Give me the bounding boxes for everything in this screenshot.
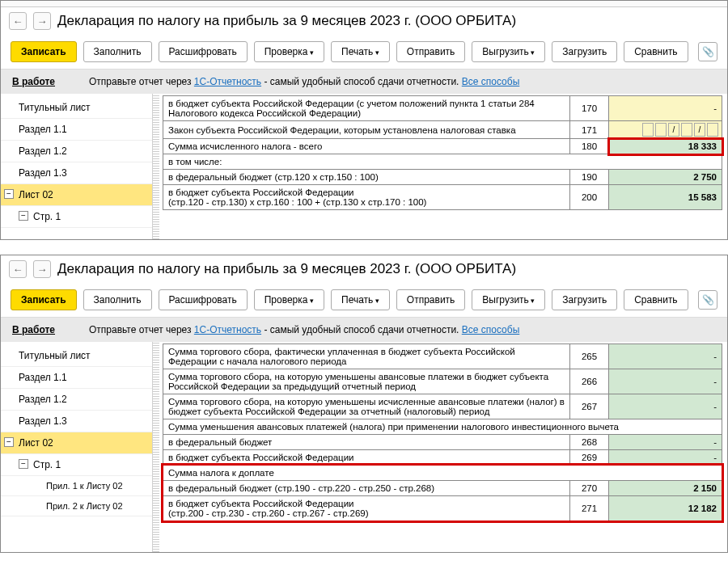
check-button[interactable]: Проверка <box>254 289 324 310</box>
attach-icon[interactable]: 📎 <box>698 290 717 310</box>
send-button[interactable]: Отправить <box>396 41 466 62</box>
sidebar-item-sec13[interactable]: Раздел 1.3 <box>1 162 152 184</box>
splitter[interactable] <box>153 342 159 552</box>
main-pane: в бюджет субъекта Российской Федерации (… <box>159 94 727 239</box>
sidebar-item-page1[interactable]: − Стр. 1 <box>1 454 152 476</box>
nav-forward[interactable]: → <box>33 12 51 30</box>
print-button[interactable]: Печать <box>331 289 390 310</box>
send-button[interactable]: Отправить <box>396 289 466 310</box>
decrypt-button[interactable]: Расшифровать <box>159 41 248 62</box>
row-180: Сумма исчисленного налога - всего 180 18… <box>163 139 722 154</box>
sidebar-item-sheet02[interactable]: − Лист 02 <box>1 432 152 454</box>
page-title: Декларация по налогу на прибыль за 9 мес… <box>57 13 516 29</box>
save-button[interactable]: Записать <box>11 289 77 310</box>
tree-minus-icon[interactable]: − <box>4 189 14 199</box>
nav-forward[interactable]: → <box>33 260 51 278</box>
save-button[interactable]: Записать <box>11 41 77 62</box>
print-button[interactable]: Печать <box>331 41 390 62</box>
attach-icon[interactable]: 📎 <box>698 42 717 61</box>
sidebar-item-sec11[interactable]: Раздел 1.1 <box>1 119 152 141</box>
tree-minus-icon[interactable]: − <box>19 459 28 469</box>
sidebar-item-title[interactable]: Титульный лист <box>1 97 152 119</box>
row-190: в федеральный бюджет (стр.120 х стр.150 … <box>163 170 722 185</box>
sidebar-item-page1[interactable]: − Стр. 1 <box>1 206 152 228</box>
upload-button[interactable]: Выгрузить <box>472 289 545 310</box>
sidebar-item-app1[interactable]: Прил. 1 к Листу 02 <box>1 476 152 496</box>
link-1c[interactable]: 1С-Отчетность <box>194 324 261 335</box>
row-inv-header: Сумма уменьшения авансовых платежей (нал… <box>163 419 722 435</box>
nav-back[interactable]: ← <box>9 260 27 278</box>
sidebar-item-title[interactable]: Титульный лист <box>1 345 152 367</box>
info-text: Отправьте отчет через 1С-Отчетность - са… <box>89 324 519 335</box>
sidebar: Титульный лист Раздел 1.1 Раздел 1.2 Раз… <box>1 342 153 552</box>
sidebar-item-sheet02[interactable]: − Лист 02 <box>1 184 152 206</box>
sidebar-item-sec11[interactable]: Раздел 1.1 <box>1 367 152 389</box>
sidebar: Титульный лист Раздел 1.1 Раздел 1.2 Раз… <box>1 94 153 239</box>
ruler-bar <box>1 1 727 7</box>
row-268: в федеральный бюджет 268 - <box>163 435 722 450</box>
link-all-ways[interactable]: Все способы <box>462 76 520 87</box>
info-text: Отправьте отчет через 1С-Отчетность - са… <box>89 76 519 87</box>
tree-minus-icon[interactable]: − <box>4 437 14 447</box>
decrypt-button[interactable]: Расшифровать <box>159 289 248 310</box>
compare-button[interactable]: Сравнить <box>624 41 688 62</box>
check-button[interactable]: Проверка <box>254 41 324 62</box>
splitter[interactable] <box>153 94 159 239</box>
sidebar-item-sec12[interactable]: Раздел 1.2 <box>1 141 152 162</box>
row-200: в бюджет субъекта Российской Федерации (… <box>163 185 722 210</box>
row-subheader: в том числе: <box>163 154 722 170</box>
row-265: Сумма торгового сбора, фактически уплаче… <box>163 344 722 369</box>
sidebar-item-app2[interactable]: Прил. 2 к Листу 02 <box>1 496 152 516</box>
row-267: Сумма торгового сбора, на которую уменьш… <box>163 394 722 419</box>
row-271: в бюджет субъекта Российской Федерации (… <box>163 496 722 521</box>
sidebar-item-sec12[interactable]: Раздел 1.2 <box>1 389 152 411</box>
load-button[interactable]: Загрузить <box>552 289 617 310</box>
row-269: в бюджет субъекта Российской Федерации 2… <box>163 450 722 466</box>
fill-button[interactable]: Заполнить <box>83 289 152 310</box>
status-label[interactable]: В работе <box>12 76 55 87</box>
load-button[interactable]: Загрузить <box>552 41 617 62</box>
page-title: Декларация по налогу на прибыль за 9 мес… <box>57 261 516 277</box>
sidebar-item-sec13[interactable]: Раздел 1.3 <box>1 411 152 432</box>
compare-button[interactable]: Сравнить <box>624 289 688 310</box>
nav-back[interactable]: ← <box>9 12 27 30</box>
row-266: Сумма торгового сбора, на которую уменьш… <box>163 369 722 394</box>
upload-button[interactable]: Выгрузить <box>472 41 545 62</box>
row-171: Закон субъекта Российской Федерации, кот… <box>163 121 722 139</box>
fill-button[interactable]: Заполнить <box>83 41 152 62</box>
link-all-ways[interactable]: Все способы <box>462 324 520 335</box>
status-label[interactable]: В работе <box>12 324 55 335</box>
tree-minus-icon[interactable]: − <box>19 211 28 221</box>
row-270: в федеральный бюджет (стр.190 - стр.220 … <box>163 481 722 496</box>
link-1c[interactable]: 1С-Отчетность <box>194 76 261 87</box>
row-170: в бюджет субъекта Российской Федерации (… <box>163 96 722 121</box>
main-pane: Сумма торгового сбора, фактически уплаче… <box>159 342 727 552</box>
row-pay-header: Сумма налога к доплате <box>163 466 722 481</box>
